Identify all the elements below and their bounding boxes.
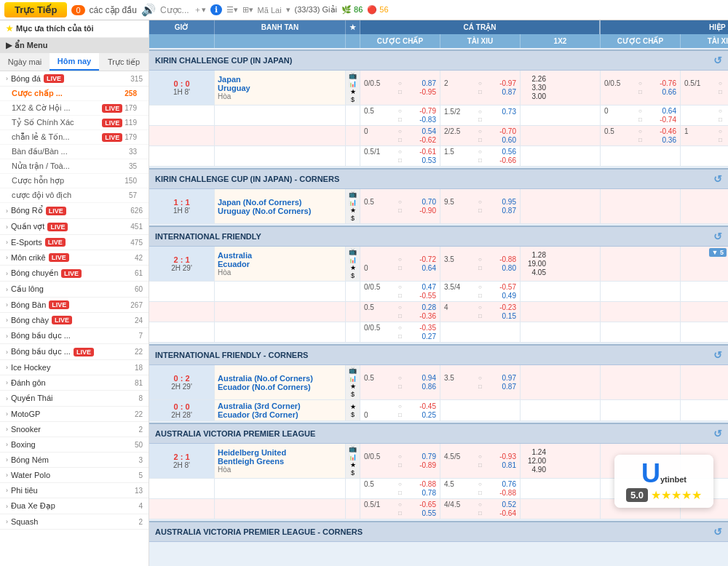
sub-label: Cược hỗn hợp [12, 176, 64, 186]
star-icon[interactable]: ★ [350, 207, 356, 214]
expand-badge[interactable]: ▼ 5 [709, 248, 727, 257]
graph-icon[interactable]: 📊 [349, 453, 357, 461]
dollar-icon[interactable]: $ [351, 96, 355, 103]
team2-name[interactable]: Ecuador (3rd Corner) [218, 410, 342, 419]
odds-val[interactable]: -0.76 [654, 79, 676, 87]
team1-name[interactable]: Australia (3rd Corner) [218, 402, 342, 410]
star-icon[interactable]: ★ [350, 403, 356, 410]
sidebar-fav[interactable]: ★ Mục ưa thích của tôi [0, 20, 149, 38]
sidebar-item-danhgon[interactable]: › Đánh gôn 81 [0, 375, 149, 391]
dot: □ [719, 89, 722, 95]
refresh-icon[interactable]: ↺ [713, 349, 722, 361]
sidebar-item-cricket[interactable]: › Môn crikê LIVE 42 [0, 250, 149, 266]
odds-val[interactable]: 0.87 [494, 88, 516, 96]
odds-val[interactable]: -0.97 [494, 79, 516, 87]
sidebar-item-tysochinhxac[interactable]: Tỷ Số Chính Xác LIVE 119 [0, 116, 149, 130]
sidebar-item-squash[interactable]: › Squash 2 [0, 514, 149, 530]
sidebar-item-quyenthai[interactable]: › Quyền Thái 8 [0, 391, 149, 407]
tv-icon[interactable]: 📺 [349, 191, 357, 198]
tv-icon[interactable]: 📺 [349, 445, 357, 453]
odds-val[interactable]: 0.66 [654, 88, 676, 96]
tv-icon[interactable]: 📺 [349, 248, 357, 255]
dropdown-arrow[interactable]: ▾ [286, 5, 290, 15]
refresh-icon[interactable]: ↺ [713, 428, 722, 439]
refresh-icon[interactable]: ↺ [713, 173, 722, 185]
league-name: INTERNATIONAL FRIENDLY [155, 232, 261, 241]
sidebar-item-duaxedap[interactable]: › Đua Xe Đạp 4 [0, 498, 149, 514]
team2-name[interactable]: Uruguay (No.of Corners) [218, 207, 342, 215]
dollar-icon[interactable]: $ [351, 469, 355, 477]
arrow-icon: › [6, 270, 8, 277]
odds-val[interactable]: 0.87 [414, 79, 436, 87]
sidebar-item-bongban[interactable]: › Bóng Bàn LIVE 267 [0, 298, 149, 313]
tab-ngaymai[interactable]: Ngày mai [0, 53, 50, 71]
sidebar-item-chanle[interactable]: chẵn lẻ & Tốn... LIVE 179 [0, 130, 149, 145]
sidebar-item-boxing[interactable]: › Boxing 50 [0, 437, 149, 453]
sidebar-item-bongbauduc1[interactable]: › Bóng bầu dục ... 7 [0, 328, 149, 344]
star-icon[interactable]: ★ [350, 383, 356, 390]
match-score: 1 : 1 [173, 198, 189, 207]
team1-name[interactable]: Australia [218, 251, 342, 260]
graph-icon[interactable]: 📊 [349, 256, 357, 263]
sidebar-item-phitieu[interactable]: › Phi tiêu 13 [0, 483, 149, 498]
refresh-icon[interactable]: ↺ [713, 526, 722, 538]
sidebar-item-nuatran[interactable]: Nửa trận / Toà... 35 [0, 159, 149, 174]
odds-val[interactable]: 3.30 [524, 84, 546, 92]
arrow-icon: › [6, 441, 8, 448]
sidebar-item-bongnem[interactable]: › Bóng Ném 3 [0, 453, 149, 468]
tab-homnay[interactable]: Hôm nay [50, 53, 99, 71]
sport-label: Ice Hockey [11, 363, 50, 372]
team2-name[interactable]: Ecuador (No.of Corners) [218, 383, 342, 391]
tv-icon[interactable]: 📺 [349, 367, 357, 374]
dollar-icon[interactable]: $ [351, 411, 355, 418]
odds-val[interactable]: -0.95 [414, 88, 436, 96]
graph-icon[interactable]: 📊 [349, 375, 357, 382]
odds-val[interactable]: 3.00 [524, 92, 546, 100]
sidebar-item-bandau[interactable]: Bàn đầu/Bàn ... 33 [0, 145, 149, 159]
team1-name[interactable]: Japan [218, 75, 342, 84]
sidebar-item-1x2cohoi[interactable]: 1X2 & Cờ Hội ... LIVE 179 [0, 101, 149, 116]
team1-name[interactable]: Japan (No.of Corners) [218, 198, 342, 207]
sidebar-item-bongro[interactable]: › Bóng Rổ LIVE 626 [0, 203, 149, 219]
dollar-icon[interactable]: $ [351, 215, 355, 222]
graph-icon[interactable]: 📊 [349, 199, 357, 206]
sidebar-item-bongda[interactable]: › Bóng đá LIVE 315 [0, 71, 149, 87]
dollar-icon[interactable]: $ [351, 272, 355, 279]
sidebar-item-quanvot[interactable]: › Quần vợt LIVE 451 [0, 219, 149, 235]
sidebar-item-caulong[interactable]: › Cầu lông 60 [0, 282, 149, 298]
sidebar-item-cuochonhop[interactable]: Cược hỗn hợp 150 [0, 174, 149, 188]
sound-icon[interactable]: 🔊 [141, 3, 156, 17]
tab-tructiep[interactable]: Trực tiếp [99, 53, 149, 71]
sport-count: 267 [130, 301, 143, 309]
star-icon[interactable]: ★ [350, 461, 356, 469]
refresh-icon[interactable]: ↺ [713, 55, 722, 66]
graph-icon[interactable]: 📊 [349, 80, 357, 87]
sidebar-item-snooker[interactable]: › Snooker 2 [0, 422, 149, 437]
sidebar-item-motogp[interactable]: › MotoGP 22 [0, 407, 149, 422]
menu-toggle[interactable]: ▶ ẩn Menu [0, 38, 149, 53]
odds-val[interactable]: 2.26 [524, 75, 546, 83]
team1-name[interactable]: Heidelberg United [218, 448, 342, 457]
col-cuocchap1: CƯỢC CHẤP [360, 34, 440, 48]
dollar-icon[interactable]: $ [351, 391, 355, 398]
tv-icon[interactable]: 📺 [349, 72, 357, 79]
sport-count: 3 [138, 456, 143, 464]
live-button[interactable]: Trực Tiếp [4, 2, 67, 17]
team1-name[interactable]: Australia (No.of Corners) [218, 374, 342, 383]
star-icon[interactable]: ★ [350, 264, 356, 271]
star-icon[interactable]: ★ [350, 88, 356, 95]
sidebar-item-cuocchap[interactable]: Cược chấp ... 258 [0, 87, 149, 101]
team2-name[interactable]: Uruguay [218, 84, 342, 92]
team2-name[interactable]: Bentleigh Greens [218, 457, 342, 466]
sidebar-item-bongbauduc2[interactable]: › Bóng bầu dục ... LIVE 22 [0, 344, 149, 360]
team2-name[interactable]: Ecuador [218, 260, 342, 268]
plus-icon[interactable]: ＋▾ [194, 4, 206, 15]
sidebar-item-waterpolo[interactable]: › Water Polo 5 [0, 468, 149, 483]
sidebar-item-esports[interactable]: › E-Sports LIVE 475 [0, 235, 149, 250]
sidebar-item-bongchuyen[interactable]: › Bóng chuyền LIVE 61 [0, 266, 149, 282]
sidebar-item-bongchay[interactable]: › Bóng chày LIVE 24 [0, 313, 149, 328]
sidebar-item-cuocdoivodich[interactable]: cược đội vô địch 57 [0, 188, 149, 203]
sport-label: Bóng Rổ [11, 206, 43, 215]
refresh-icon[interactable]: ↺ [713, 231, 722, 242]
sidebar-item-icehockey[interactable]: › Ice Hockey 18 [0, 360, 149, 375]
